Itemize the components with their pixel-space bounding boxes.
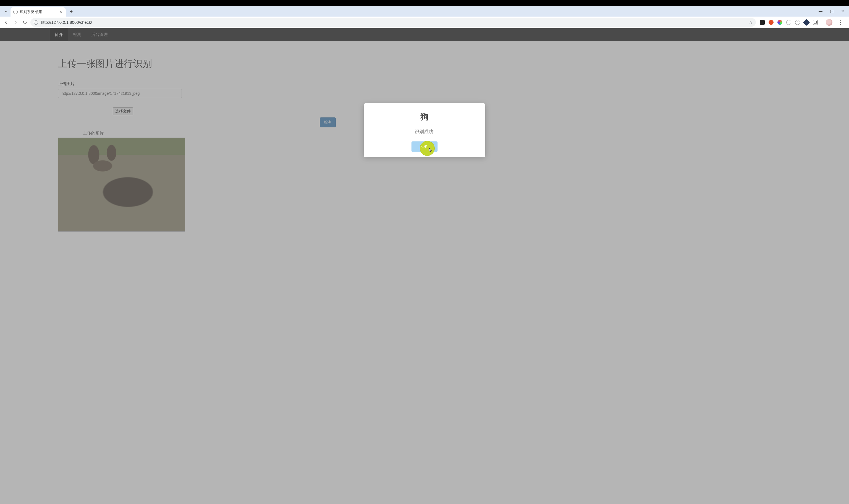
address-bar[interactable]: i http://127.0.0.1:8000/check/ ☆ — [31, 18, 756, 27]
separator — [821, 20, 822, 25]
reload-icon — [23, 20, 27, 24]
modal-message: 识别成功! — [369, 128, 480, 135]
browser-tab-strip: 识别系统 使用 × + ― ▢ ✕ — [0, 6, 849, 17]
profile-avatar[interactable] — [826, 19, 832, 26]
browser-toolbar: i http://127.0.0.1:8000/check/ ☆ ⋮ — [0, 17, 849, 28]
bookmark-star-icon[interactable]: ☆ — [749, 20, 753, 25]
window-top-black-bar — [0, 0, 849, 6]
modal-title: 狗 — [369, 111, 480, 122]
globe-icon — [13, 10, 18, 14]
tab-title: 识别系统 使用 — [20, 10, 56, 14]
modal-ok-button[interactable]: OK — [412, 142, 437, 152]
extension-icon[interactable] — [786, 20, 791, 25]
extension-icon[interactable] — [760, 20, 765, 25]
nav-back-button[interactable] — [2, 19, 10, 26]
extension-icon[interactable] — [769, 20, 774, 25]
window-maximize-button[interactable]: ▢ — [827, 7, 836, 15]
result-modal: 狗 识别成功! OK — [364, 103, 485, 157]
tab-close-button[interactable]: × — [59, 10, 63, 14]
modal-overlay: 狗 识别成功! OK — [0, 28, 849, 504]
site-info-icon[interactable]: i — [34, 20, 38, 24]
browser-tab[interactable]: 识别系统 使用 × — [11, 7, 66, 17]
modal-ok-label: OK — [421, 144, 428, 149]
arrow-left-icon — [4, 20, 8, 24]
arrow-right-icon — [13, 20, 18, 24]
browser-menu-button[interactable]: ⋮ — [836, 19, 845, 25]
new-tab-button[interactable]: + — [68, 8, 75, 16]
window-minimize-button[interactable]: ― — [816, 7, 825, 15]
window-close-button[interactable]: ✕ — [838, 7, 847, 15]
extension-icon[interactable] — [777, 20, 782, 25]
extension-icons: ⋮ — [758, 19, 847, 26]
cursor-icon — [428, 148, 432, 155]
extensions-menu-icon[interactable] — [813, 20, 818, 25]
chevron-down-icon — [4, 10, 8, 14]
nav-forward-button[interactable] — [12, 19, 19, 26]
nav-reload-button[interactable] — [21, 19, 29, 26]
extension-icon[interactable] — [803, 19, 810, 26]
tab-search-button[interactable] — [3, 8, 10, 15]
extension-icon[interactable] — [795, 20, 800, 25]
url-text: http://127.0.0.1:8000/check/ — [41, 20, 92, 24]
